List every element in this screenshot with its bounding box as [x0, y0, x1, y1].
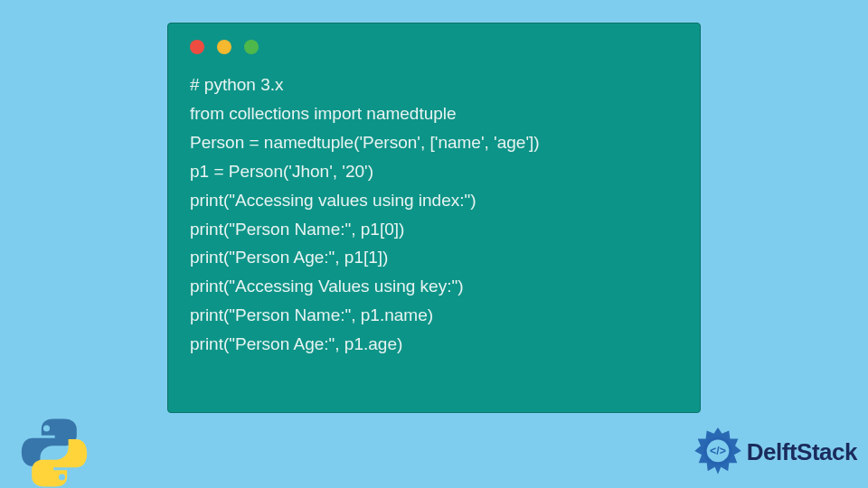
minimize-icon	[217, 40, 231, 54]
code-line: # python 3.x	[190, 70, 678, 99]
svg-text:</>: </>	[710, 445, 726, 457]
code-line: print("Person Age:", p1.age)	[190, 330, 678, 359]
code-line: print("Accessing Values using key:")	[190, 272, 678, 301]
code-line: p1 = Person('Jhon', '20')	[190, 157, 678, 186]
code-line: Person = namedtuple('Person', ['name', '…	[190, 128, 678, 157]
code-line: print("Person Name:", p1[0])	[190, 215, 678, 244]
code-line: print("Person Name:", p1.name)	[190, 301, 678, 330]
delftstack-brand: </> DelftStack	[693, 427, 857, 477]
python-logo-icon	[18, 418, 90, 488]
brand-name: DelftStack	[747, 438, 857, 466]
close-icon	[190, 40, 204, 54]
maximize-icon	[244, 40, 259, 54]
code-line: from collections import namedtuple	[190, 99, 678, 128]
code-line: print("Accessing values using index:")	[190, 186, 678, 215]
window-buttons	[190, 40, 678, 54]
code-window: # python 3.x from collections import nam…	[167, 23, 701, 413]
delftstack-logo-icon: </>	[693, 427, 743, 477]
code-line: print("Person Age:", p1[1])	[190, 243, 678, 272]
code-block: # python 3.x from collections import nam…	[190, 70, 678, 359]
